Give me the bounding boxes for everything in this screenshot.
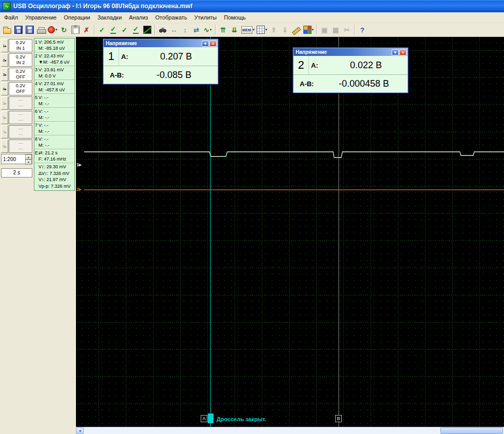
channel-6-settings[interactable]: ------	[9, 111, 32, 124]
toolbar: ▾↻✗✓✓✓✓↔↕⇄∿▾⇈⇊МЕМ▾▾⇑⇓▾▣▦✂?	[0, 23, 504, 37]
scrollbar-thumb[interactable]	[440, 427, 503, 434]
rollup-icon[interactable]: ▼	[392, 49, 399, 55]
shift-down-button[interactable]: ⇊	[229, 24, 240, 35]
menu-item[interactable]: Анализ	[125, 12, 151, 23]
persistence-icon	[303, 26, 312, 34]
channel-7-settings[interactable]: ------	[9, 125, 32, 139]
memory-icon: МЕМ	[241, 26, 253, 34]
search-button[interactable]	[157, 24, 168, 35]
dropdown-arrow-icon[interactable]: ▾	[253, 28, 255, 32]
window-layout-icon: ▣	[321, 27, 327, 33]
channel-8-settings[interactable]: ------	[9, 140, 32, 153]
menu-item[interactable]: Файл	[1, 12, 22, 23]
meter-2-title: Напряжение	[296, 49, 391, 55]
channel-4-button[interactable]: 4▸	[1, 82, 8, 95]
shift-up-button[interactable]: ⇈	[218, 24, 229, 35]
slope-tool-button[interactable]	[142, 24, 153, 35]
measurement-row: 5V: -.-М: -.-	[34, 94, 74, 108]
help-button[interactable]: ?	[357, 24, 368, 35]
meter-1-row-a: 1 А: 0.207 В	[104, 47, 218, 66]
dropdown-arrow-icon[interactable]: ▾	[55, 28, 57, 32]
menu-item[interactable]: Отображать	[151, 12, 190, 23]
title-bar[interactable]: ∿ USB Осциллограф - I:\ Игорь 96 08\Лябд…	[0, 0, 504, 12]
channel-2-settings[interactable]: 0.2VIN 2	[9, 53, 32, 67]
spinner-up-icon[interactable]: ▲	[25, 154, 32, 160]
open-file-button[interactable]	[2, 24, 13, 35]
voltage-meter-window-1[interactable]: Напряжение ▼ ✕ 1 А: 0.207 В А-В: -0.085 …	[103, 38, 219, 85]
restart-acquisition-button[interactable]: ↻	[59, 24, 70, 35]
meter-1-row-ab-label: А-В:	[104, 71, 130, 79]
channel-2-marker[interactable]: 2▸	[76, 187, 82, 192]
fit-horizontal-button[interactable]: ↔	[168, 24, 180, 35]
menu-item[interactable]: Утилиты	[191, 12, 221, 23]
meter-1-titlebar[interactable]: Напряжение ▼ ✕	[104, 40, 218, 47]
close-icon[interactable]: ✕	[399, 49, 406, 55]
channel-1-button[interactable]: 1▸	[1, 39, 8, 52]
channel-row-8: 8▸------	[1, 140, 32, 153]
scale-value: 1:200	[2, 156, 25, 162]
cursor-a-check-button[interactable]: ✓	[96, 24, 108, 35]
channel-8-button[interactable]: 8▸	[1, 140, 8, 153]
menu-item[interactable]: Операции	[60, 12, 93, 23]
channel-7-button[interactable]: 7▸	[1, 125, 8, 139]
channel-6-button[interactable]: 6▸	[1, 111, 8, 124]
meter-1-row-a-label: А:	[119, 53, 134, 61]
cursor-b-tag[interactable]: B	[335, 415, 342, 422]
scale-select[interactable]: 1:200 ▲ ▼	[1, 154, 32, 164]
save-button[interactable]	[13, 24, 24, 35]
spinner-down-icon[interactable]: ▼	[25, 160, 32, 165]
record-stop-button[interactable]: ▾	[47, 24, 59, 35]
channel-5-settings[interactable]: ------	[9, 96, 32, 110]
autoscale-button[interactable]: ⇄	[191, 24, 202, 35]
oscilloscope-display[interactable]: 1▸ 2▸ A B Дроссель закрыт. Напряжение ▼ …	[76, 37, 504, 427]
channel-1-settings[interactable]: 0.2VIN 1	[9, 39, 32, 52]
cursor-a-level-button[interactable]: ✓	[108, 24, 119, 35]
channel-1-marker[interactable]: 1▸	[76, 162, 82, 167]
cursor-a-tag[interactable]: A	[201, 415, 207, 422]
cursor-b-check-button[interactable]: ✓	[119, 24, 130, 35]
menu-item[interactable]: Закладки	[94, 12, 126, 23]
fit-vertical-button[interactable]: ↕	[180, 24, 191, 35]
rollup-icon[interactable]: ▼	[202, 41, 209, 47]
restart-acquisition-icon: ↻	[61, 27, 67, 33]
memory-button[interactable]: МЕМ▾	[240, 24, 256, 35]
save-selection-button[interactable]	[24, 24, 35, 35]
channel-4-settings[interactable]: 0.2VOFF	[9, 82, 32, 95]
dropdown-arrow-icon[interactable]: ▾	[210, 28, 212, 32]
channel-row-4: 4▸0.2VOFF	[1, 82, 32, 95]
meter-2-titlebar[interactable]: Напряжение ▼ ✕	[294, 48, 408, 56]
print-button[interactable]	[35, 24, 47, 35]
measurement-row: 2V: 22.43 mV▼М: -457.8 uV	[34, 52, 74, 66]
scroll-left-button[interactable]: ◄	[76, 427, 84, 434]
menu-item[interactable]: Управление	[22, 12, 60, 23]
channel-3-button[interactable]: 3▸	[1, 68, 8, 81]
grid-toggle-icon: ▦	[333, 27, 339, 33]
cursor-b-level-button[interactable]: ✓	[130, 24, 142, 35]
channel-row-5: 5▸------	[1, 96, 32, 110]
clear-button[interactable]: ✗	[81, 24, 92, 35]
paste-button[interactable]	[70, 24, 81, 35]
signal-view-icon: ∿	[204, 27, 209, 33]
ruler-button[interactable]	[291, 24, 302, 35]
dropdown-arrow-icon[interactable]: ▾	[265, 28, 267, 32]
shift-down-icon: ⇊	[231, 27, 237, 33]
channel-3-settings[interactable]: 0.2VOFF	[9, 68, 32, 81]
menu-item[interactable]: Помощь	[220, 12, 249, 23]
timebase-value[interactable]: 2 s	[1, 168, 32, 177]
signal-view-button[interactable]: ∿▾	[202, 24, 214, 35]
dropdown-arrow-icon[interactable]: ▾	[312, 28, 314, 32]
toolbar-separator	[316, 25, 317, 35]
channel-5-button[interactable]: 5▸	[1, 96, 8, 110]
channel-2-button[interactable]: 2▸	[1, 53, 8, 67]
measurement-panel: 1V: 206.5 mVМ: -85.18 uV2V: 22.43 mV▼М: …	[34, 38, 75, 191]
close-icon[interactable]: ✕	[209, 41, 217, 47]
meter-2-body: 2 А: 0.022 В А-В: -0.000458 В	[294, 56, 408, 92]
display-mode-button[interactable]: ▾	[256, 24, 268, 35]
bookmark-flag[interactable]	[208, 413, 214, 423]
ruler-icon	[292, 27, 301, 35]
persistence-button[interactable]: ▾	[302, 24, 315, 35]
window-title: USB Осциллограф - I:\ Игорь 96 08\Лябда …	[13, 3, 192, 10]
voltage-meter-window-2[interactable]: Напряжение ▼ ✕ 2 А: 0.022 В А-В: -0.0004…	[293, 47, 409, 93]
horizontal-scrollbar[interactable]: ◄	[76, 427, 504, 434]
cursor-stats: V↕: 29.30 mVΔV↕: 7.326 mVV↕: 21.97 mVVp-…	[34, 163, 74, 190]
